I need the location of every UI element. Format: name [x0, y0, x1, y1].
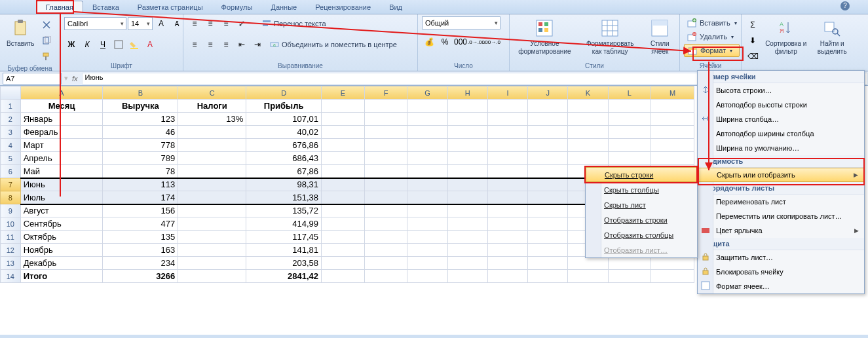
cell[interactable]: Март: [20, 139, 103, 152]
cell[interactable]: 477: [103, 217, 178, 231]
insert-cells-button[interactable]: Вставить▾: [684, 16, 740, 29]
cell[interactable]: Итого: [20, 270, 103, 283]
bold-button[interactable]: Ж: [64, 37, 79, 52]
cell[interactable]: [407, 165, 447, 178]
cell[interactable]: 778: [103, 139, 178, 152]
format-menu-rename-sheet[interactable]: Переименовать лист: [698, 195, 864, 209]
cell[interactable]: [487, 257, 527, 270]
cell[interactable]: [568, 152, 608, 165]
cell[interactable]: [322, 126, 365, 139]
align-top-button[interactable]: ≡: [187, 16, 202, 31]
cell[interactable]: 789: [103, 152, 178, 165]
cell[interactable]: [447, 139, 487, 152]
shrink-font-button[interactable]: Ǎ: [170, 16, 184, 31]
cell[interactable]: [487, 165, 527, 178]
col-header[interactable]: L: [608, 86, 651, 100]
cell[interactable]: 117,45: [246, 231, 322, 244]
autosum-button[interactable]: Σ: [745, 18, 760, 32]
cell[interactable]: [487, 152, 527, 165]
cell[interactable]: [447, 257, 487, 270]
cell[interactable]: Налоги: [178, 100, 246, 113]
conditional-formatting-button[interactable]: Условное форматирование: [514, 16, 576, 56]
cell[interactable]: Ноябрь: [20, 244, 103, 257]
cell[interactable]: [322, 100, 365, 113]
cell[interactable]: [322, 231, 365, 244]
cell[interactable]: [178, 126, 246, 139]
cell[interactable]: [178, 270, 246, 283]
cell[interactable]: [364, 217, 407, 231]
format-menu-move-sheet[interactable]: Переместить или скопировать лист…: [698, 209, 864, 223]
cell[interactable]: [322, 204, 365, 217]
underline-button[interactable]: Ч: [96, 37, 110, 52]
cell[interactable]: Выручка: [103, 100, 178, 113]
cell[interactable]: [608, 100, 651, 113]
fx-icon[interactable]: fx: [72, 75, 78, 83]
cell[interactable]: [487, 126, 527, 139]
cell[interactable]: [322, 257, 365, 270]
cell[interactable]: [178, 257, 246, 270]
select-all-corner[interactable]: [1, 86, 21, 100]
cell[interactable]: Прибыль: [246, 100, 322, 113]
cell[interactable]: [651, 100, 694, 113]
tab-review[interactable]: Рецензирование: [306, 1, 380, 13]
cell-styles-button[interactable]: Стили ячеек: [645, 16, 675, 56]
cell[interactable]: 156: [103, 204, 178, 217]
cell[interactable]: 163: [103, 244, 178, 257]
help-icon[interactable]: ?: [840, 1, 850, 10]
cell[interactable]: [407, 178, 447, 191]
cell[interactable]: [178, 139, 246, 152]
delete-cells-button[interactable]: Удалить▾: [684, 30, 740, 43]
comma-button[interactable]: 000: [453, 35, 468, 49]
format-menu-default-width[interactable]: Ширина по умолчанию…: [698, 141, 864, 155]
format-as-table-button[interactable]: Форматировать как таблицу: [578, 16, 642, 56]
submenu-hide-sheet[interactable]: Скрыть лист: [586, 197, 697, 212]
cell[interactable]: 2841,42: [246, 270, 322, 283]
cell[interactable]: [178, 217, 246, 231]
cell[interactable]: 676,86: [246, 139, 322, 152]
cell[interactable]: [528, 231, 568, 244]
cell[interactable]: 78: [103, 165, 178, 178]
cell[interactable]: [364, 126, 407, 139]
row-header[interactable]: 3: [1, 126, 21, 139]
cell[interactable]: [407, 231, 447, 244]
merge-center-button[interactable]: a Объединить и поместить в центре: [266, 37, 401, 52]
cell[interactable]: 123: [103, 113, 178, 126]
cell[interactable]: [608, 270, 651, 283]
cell[interactable]: [407, 204, 447, 217]
cell[interactable]: [608, 152, 651, 165]
fill-button[interactable]: ⬇: [745, 33, 760, 48]
cell[interactable]: [528, 113, 568, 126]
cell[interactable]: 3266: [103, 270, 178, 283]
font-size-dropdown[interactable]: 14: [128, 17, 153, 30]
col-header[interactable]: G: [407, 86, 447, 100]
row-header[interactable]: 14: [1, 270, 21, 283]
align-right-button[interactable]: ≡: [219, 37, 233, 52]
cell[interactable]: [364, 244, 407, 257]
cell[interactable]: 151,38: [246, 191, 322, 204]
cell[interactable]: [407, 257, 447, 270]
cell[interactable]: 141,81: [246, 244, 322, 257]
find-select-button[interactable]: Найти и выделить: [812, 16, 853, 56]
col-header[interactable]: F: [364, 86, 407, 100]
cell[interactable]: 203,58: [246, 257, 322, 270]
increase-indent-button[interactable]: ⇥: [250, 37, 265, 52]
cell[interactable]: [447, 165, 487, 178]
borders-button[interactable]: [111, 37, 126, 52]
cell[interactable]: [447, 126, 487, 139]
decrease-decimal-button[interactable]: .00→.0: [485, 35, 499, 49]
row-header[interactable]: 6: [1, 165, 21, 178]
grow-font-button[interactable]: Â: [154, 16, 168, 31]
col-header[interactable]: J: [528, 86, 568, 100]
italic-button[interactable]: К: [80, 37, 94, 52]
row-header[interactable]: 4: [1, 139, 21, 152]
format-menu-tab-color[interactable]: Цвет ярлычка ▶: [698, 223, 864, 238]
align-middle-button[interactable]: ≡: [203, 16, 217, 31]
cell[interactable]: [364, 113, 407, 126]
cell[interactable]: [568, 126, 608, 139]
cell[interactable]: Апрель: [20, 152, 103, 165]
increase-decimal-button[interactable]: .0→.00: [469, 35, 483, 49]
cell[interactable]: [322, 191, 365, 204]
format-menu-autofit-row[interactable]: Автоподбор высоты строки: [698, 98, 864, 112]
cell[interactable]: [178, 191, 246, 204]
cell[interactable]: [487, 231, 527, 244]
